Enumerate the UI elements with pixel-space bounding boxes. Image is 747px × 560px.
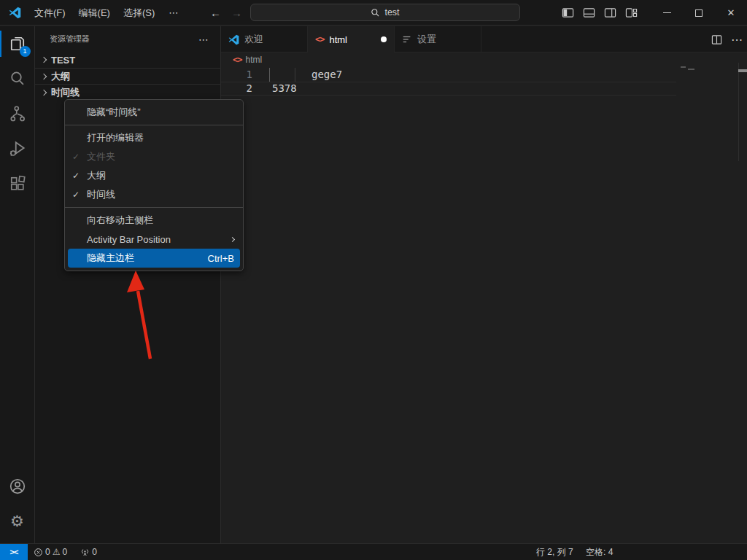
code-area[interactable]: 1 gege7 2 5378: [221, 66, 747, 543]
indent-guide: [295, 68, 295, 82]
menu-item-timeline[interactable]: ✓ 时间线: [65, 185, 243, 204]
minimize-icon: [663, 12, 671, 13]
source-control-icon: [9, 105, 26, 122]
sidebar-header: 资源管理器 ⋯: [35, 26, 220, 52]
cursor-position[interactable]: 行 2, 列 7: [536, 544, 573, 560]
menu-item-label: 向右移动主侧栏: [87, 214, 153, 227]
gear-icon: ⚙: [10, 513, 24, 530]
breadcrumb[interactable]: <> html: [221, 52, 747, 66]
activitybar-search[interactable]: [0, 61, 35, 96]
menu-separator: [65, 125, 243, 125]
check-icon: ✓: [72, 190, 80, 200]
overview-ruler-cursor-mark: [738, 69, 747, 72]
editor-more-actions-icon[interactable]: ⋯: [731, 33, 743, 47]
customize-layout-icon[interactable]: [625, 7, 638, 19]
remote-indicator[interactable]: ><: [0, 544, 28, 560]
minimap-line-mark: [688, 69, 694, 70]
menu-item-label: Activity Bar Position: [87, 234, 171, 245]
back-arrow-icon[interactable]: ←: [210, 7, 221, 19]
activitybar-account[interactable]: [0, 469, 35, 504]
menu-item-hide-timeline[interactable]: 隐藏“时间线”: [65, 103, 243, 122]
run-and-debug-icon: [9, 140, 26, 158]
toggle-secondary-sidebar-icon[interactable]: [604, 7, 616, 19]
activitybar-settings[interactable]: ⚙: [0, 504, 35, 539]
remote-icon: ><: [10, 548, 18, 556]
scrollbar[interactable]: [738, 63, 747, 161]
vscode-logo-icon: [9, 7, 21, 19]
statusbar-left: 0 ⚠ 0 0: [34, 544, 97, 560]
activity-bar: 1: [0, 26, 35, 543]
maximize-button[interactable]: [683, 0, 715, 26]
ports-indicator[interactable]: 0: [80, 547, 97, 557]
tree-item-outline[interactable]: 大纲: [35, 68, 220, 84]
menu-item-label: 文件夹: [87, 150, 115, 163]
chevron-right-icon: [41, 73, 47, 79]
cursor-position-label: 行 2, 列 7: [536, 546, 573, 559]
search-icon: [9, 70, 26, 88]
menu-item-open-editors[interactable]: 打开的编辑器: [65, 128, 243, 147]
submenu-chevron-icon: [230, 236, 235, 241]
menu-item-label: 时间线: [87, 188, 115, 201]
menu-item-label: 打开的编辑器: [87, 131, 144, 144]
menu-separator: [65, 207, 243, 208]
modified-dot-icon[interactable]: [381, 36, 387, 42]
activitybar-source-control[interactable]: [0, 96, 35, 131]
toggle-sidebar-icon[interactable]: [562, 7, 574, 19]
minimize-button[interactable]: [651, 0, 683, 26]
menu-item-outline[interactable]: ✓ 大纲: [65, 166, 243, 185]
indentation-indicator[interactable]: 空格: 4: [586, 544, 613, 560]
tree-item-folder[interactable]: TEST: [35, 52, 220, 68]
menu-file[interactable]: 文件(F): [28, 4, 72, 22]
line-number: 2: [221, 82, 252, 96]
tab-settings[interactable]: 设置: [395, 26, 481, 52]
menu-edit[interactable]: 编辑(E): [72, 4, 117, 22]
menu-selection[interactable]: 选择(S): [117, 4, 161, 22]
code-text: 5378: [272, 82, 297, 96]
radio-tower-icon: [80, 548, 90, 557]
indentation-label: 空格: 4: [586, 546, 613, 559]
close-button[interactable]: ✕: [715, 0, 747, 26]
error-count: 0: [45, 547, 50, 557]
tab-html[interactable]: <> html: [308, 26, 395, 52]
menu-overflow-icon[interactable]: ⋯: [161, 7, 185, 18]
breadcrumb-item: html: [245, 55, 262, 65]
menu-item-activity-bar-position[interactable]: Activity Bar Position: [65, 230, 243, 249]
html-file-icon: <>: [233, 55, 241, 65]
error-icon: [34, 548, 43, 557]
search-value: test: [384, 7, 399, 18]
check-icon: ✓: [72, 152, 80, 162]
menu-item-label: 隐藏主边栏: [87, 252, 134, 265]
minimap-line-mark: [681, 66, 686, 68]
tab-welcome[interactable]: 欢迎: [221, 26, 308, 52]
tree-item-label: 时间线: [51, 86, 80, 99]
sidebar-more-actions-icon[interactable]: ⋯: [196, 32, 212, 47]
split-editor-icon[interactable]: [711, 34, 722, 45]
forward-arrow-icon[interactable]: →: [231, 7, 242, 19]
warning-count: 0: [62, 547, 67, 557]
problems-indicator[interactable]: 0 ⚠ 0: [34, 547, 67, 557]
tree-item-label: TEST: [51, 55, 75, 66]
menu-item-hide-primary-sidebar[interactable]: 隐藏主边栏 Ctrl+B: [68, 249, 240, 268]
chevron-right-icon: [41, 57, 47, 63]
indent-guide: [269, 68, 270, 82]
toggle-panel-icon[interactable]: [583, 7, 595, 19]
menu-bar: 文件(F) 编辑(E) 选择(S) ⋯: [28, 0, 185, 26]
view-context-menu: 隐藏“时间线” 打开的编辑器 ✓ 文件夹 ✓ 大纲 ✓ 时间线 向右移动主侧栏 …: [64, 99, 244, 271]
chevron-right-icon: [41, 89, 47, 95]
tab-label: html: [329, 34, 347, 45]
command-center-search[interactable]: test: [250, 4, 520, 21]
menu-item-shortcut: Ctrl+B: [208, 253, 234, 264]
status-bar: >< 0 ⚠ 0 0 行 2, 列 7: [0, 543, 747, 560]
activitybar-explorer[interactable]: 1: [0, 26, 35, 61]
settings-tune-icon: [402, 34, 412, 44]
menu-item-move-sidebar-right[interactable]: 向右移动主侧栏: [65, 211, 243, 230]
tree-item-timeline[interactable]: 时间线: [35, 84, 220, 100]
activitybar-bottom: ⚙: [0, 469, 35, 543]
account-icon: [9, 478, 26, 495]
activitybar-extensions[interactable]: [0, 166, 35, 201]
titlebar-right: ✕: [562, 0, 747, 26]
menu-item-label: 隐藏“时间线”: [87, 106, 141, 119]
code-line-2: 2 5378: [221, 82, 747, 96]
history-navigation: ← →: [210, 0, 242, 26]
activitybar-run-debug[interactable]: [0, 131, 35, 166]
